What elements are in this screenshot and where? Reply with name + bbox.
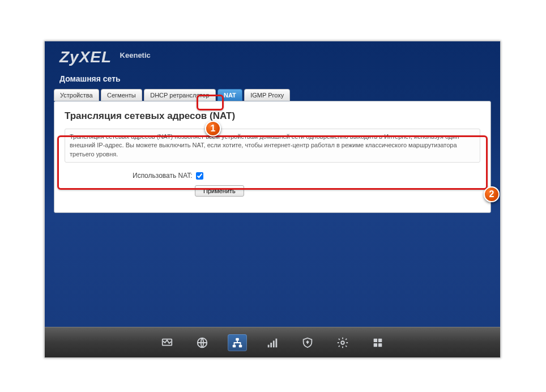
use-nat-checkbox[interactable] — [196, 172, 203, 180]
monitor-icon — [161, 336, 173, 349]
shield-icon — [301, 336, 314, 349]
brand-logo: ZyXEL — [45, 41, 112, 66]
svg-rect-4 — [239, 344, 242, 347]
svg-rect-10 — [374, 338, 377, 342]
dock-apps[interactable] — [368, 334, 387, 351]
bottom-dock — [45, 327, 500, 357]
section-title: Домашняя сеть — [45, 66, 500, 88]
page-description: Трансляция сетевых адресов (NAT) позволя… — [65, 129, 480, 163]
svg-rect-3 — [233, 344, 236, 347]
svg-rect-13 — [378, 343, 382, 346]
dock-signal[interactable] — [263, 334, 282, 351]
svg-rect-8 — [276, 338, 278, 347]
use-nat-label: Использовать NAT: — [133, 172, 193, 180]
dock-gear[interactable] — [333, 334, 352, 351]
app-window: ZyXEL Keenetic Домашняя сеть Устройства … — [44, 41, 501, 358]
gear-icon — [336, 336, 349, 349]
svg-rect-12 — [374, 343, 377, 346]
page-title: Трансляция сетевых адресов (NAT) — [65, 110, 480, 122]
dock-monitor[interactable] — [157, 334, 177, 351]
svg-rect-7 — [273, 340, 275, 347]
svg-point-9 — [341, 341, 344, 344]
apps-icon — [372, 336, 384, 349]
svg-rect-11 — [378, 338, 382, 342]
dock-shield[interactable] — [298, 334, 317, 351]
network-icon — [231, 336, 244, 349]
signal-icon — [266, 336, 279, 349]
dock-network[interactable] — [228, 334, 247, 351]
tab-devices[interactable]: Устройства — [54, 89, 99, 101]
tab-bar: Устройства Сегменты DHCP ретранслятор NA… — [54, 89, 500, 101]
apply-button[interactable]: Применить — [195, 185, 244, 197]
tab-nat[interactable]: NAT — [217, 89, 242, 101]
tab-dhcp-relay[interactable]: DHCP ретранслятор — [144, 89, 215, 101]
tab-segments[interactable]: Сегменты — [101, 89, 142, 101]
dock-globe[interactable] — [193, 334, 212, 351]
tab-igmp-proxy[interactable]: IGMP Proxy — [244, 89, 290, 101]
svg-rect-6 — [270, 343, 272, 347]
content-panel: Трансляция сетевых адресов (NAT) Трансля… — [54, 101, 491, 213]
svg-rect-5 — [268, 344, 270, 347]
svg-rect-2 — [236, 338, 239, 340]
model-name: Keenetic — [120, 51, 151, 59]
globe-icon — [196, 336, 208, 349]
